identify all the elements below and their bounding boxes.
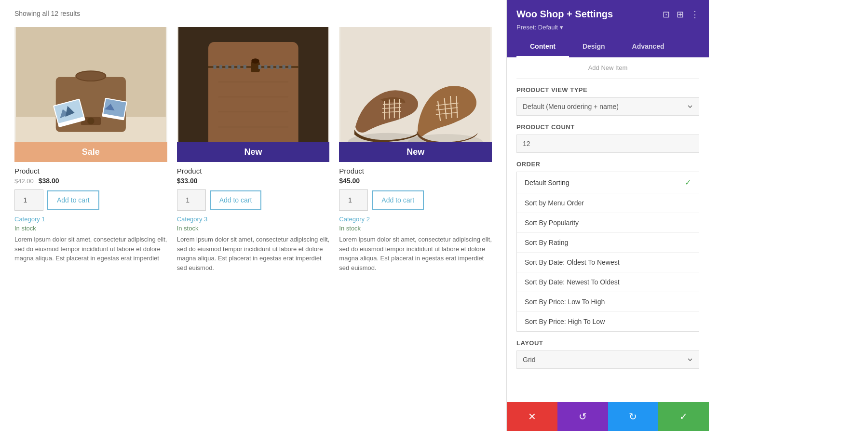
product-image-2: New (177, 27, 330, 162)
order-option-oldest[interactable]: Sort By Date: Oldest To Newest (517, 253, 699, 272)
product-info-1: Product $42.00 $38.00 Add to cart Catego… (14, 162, 167, 268)
panel-tabs: Content Design Advanced (516, 37, 699, 57)
layout-icon[interactable]: ⊞ (677, 9, 684, 20)
product-image-3: New (339, 27, 492, 162)
product-badge-new-3: New (339, 142, 492, 162)
add-to-cart-row-2: Add to cart (177, 189, 330, 211)
svg-rect-24 (225, 65, 228, 69)
product-category-2[interactable]: Category 3 (177, 216, 330, 223)
product-view-type-select[interactable]: Default (Menu ordering + name) (516, 97, 699, 116)
qty-input-2[interactable] (177, 189, 206, 211)
product-category-3[interactable]: Category 2 (339, 216, 492, 223)
tab-advanced[interactable]: Advanced (619, 37, 678, 57)
svg-point-17 (251, 58, 259, 63)
price-sale-1: $38.00 (39, 177, 59, 185)
panel-title: Woo Shop + Settings (516, 9, 613, 20)
product-card-1: Sale New Product $42.00 $38.00 Add to ca… (14, 27, 167, 277)
check-icon: ✓ (685, 178, 691, 187)
product-description-2: Lorem ipsum dolor sit amet, consectetur … (177, 235, 330, 272)
svg-rect-27 (243, 65, 246, 69)
panel-title-row: Woo Shop + Settings ⊡ ⊞ ⋮ (516, 9, 699, 20)
price-sale-3: $45.00 (339, 177, 360, 185)
order-option-popularity[interactable]: Sort By Popularity (517, 213, 699, 233)
product-price-1: $42.00 $38.00 (14, 177, 167, 185)
layout-select[interactable]: Grid (516, 350, 699, 369)
settings-panel: Woo Shop + Settings ⊡ ⊞ ⋮ Preset: Defaul… (506, 0, 709, 431)
order-label: Order (516, 161, 699, 168)
add-to-cart-button-2[interactable]: Add to cart (210, 190, 262, 210)
add-to-cart-row-3: Add to cart (339, 189, 492, 211)
tab-content[interactable]: Content (516, 37, 569, 57)
product-info-2: Product $33.00 Add to cart Category 3 In… (177, 162, 330, 277)
product-card-3: New Product $45.00 Add to cart Category … (339, 27, 492, 277)
product-price-3: $45.00 (339, 177, 492, 185)
product-badge-new-2: New (177, 142, 330, 162)
panel-footer: ✕ ↺ ↻ ✓ (507, 402, 709, 431)
svg-rect-25 (231, 65, 234, 69)
more-icon[interactable]: ⋮ (691, 9, 699, 20)
order-option-default[interactable]: Default Sorting ✓ (517, 172, 699, 193)
add-new-item[interactable]: Add New Item (516, 57, 699, 79)
screenshot-icon[interactable]: ⊡ (663, 9, 670, 20)
svg-rect-29 (264, 65, 267, 69)
tab-design[interactable]: Design (569, 37, 619, 57)
product-count-input[interactable] (516, 135, 699, 153)
svg-point-3 (76, 71, 106, 81)
product-stock-3: In stock (339, 225, 492, 232)
order-option-price-high[interactable]: Sort By Price: High To Low (517, 312, 699, 331)
svg-rect-28 (258, 65, 261, 69)
undo-button[interactable]: ↺ (557, 402, 608, 431)
products-grid: Sale New Product $42.00 $38.00 Add to ca… (14, 27, 492, 277)
order-option-price-low[interactable]: Sort By Price: Low To High (517, 292, 699, 312)
product-card-2: New Product $33.00 Add to cart Category … (177, 27, 330, 277)
add-to-cart-button-1[interactable]: Add to cart (47, 190, 99, 210)
svg-rect-32 (282, 65, 285, 69)
product-description-1: Lorem ipsum dolor sit amet, consectetur … (14, 235, 167, 263)
product-name-3: Product (339, 167, 492, 175)
cancel-button[interactable]: ✕ (507, 402, 557, 431)
svg-rect-26 (237, 65, 240, 69)
product-category-1[interactable]: Category 1 (14, 216, 167, 223)
product-name-2: Product (177, 167, 330, 175)
qty-input-1[interactable] (14, 189, 43, 211)
svg-rect-30 (270, 65, 273, 69)
panel-preset[interactable]: Preset: Default ▾ (516, 24, 699, 31)
svg-rect-31 (276, 65, 279, 69)
product-image-1: Sale New (14, 27, 167, 162)
add-to-cart-row-1: Add to cart (14, 189, 167, 211)
product-view-type-label: Product View Type (516, 86, 699, 94)
product-badge-sale: Sale (14, 142, 167, 162)
svg-rect-23 (219, 65, 222, 69)
product-name-1: Product (14, 167, 167, 175)
product-description-3: Lorem ipsum dolor sit amet, consectetur … (339, 235, 492, 272)
svg-rect-33 (288, 65, 291, 69)
price-original-1: $42.00 (14, 177, 34, 185)
product-info-3: Product $45.00 Add to cart Category 2 In… (339, 162, 492, 277)
product-stock-2: In stock (177, 225, 330, 232)
layout-label: Layout (516, 339, 699, 347)
panel-header-icons: ⊡ ⊞ ⋮ (663, 9, 699, 20)
order-option-rating[interactable]: Sort By Rating (517, 233, 699, 253)
main-content: Showing all 12 results (0, 0, 506, 431)
product-count-label: Product Count (516, 123, 699, 131)
showing-results: Showing all 12 results (14, 10, 492, 17)
product-stock-1: In stock (14, 225, 167, 232)
order-option-newest[interactable]: Sort By Date: Newest To Oldest (517, 272, 699, 292)
product-price-2: $33.00 (177, 177, 330, 185)
svg-rect-22 (213, 65, 216, 69)
redo-button[interactable]: ↻ (608, 402, 659, 431)
save-button[interactable]: ✓ (658, 402, 709, 431)
price-sale-2: $33.00 (177, 177, 198, 185)
add-to-cart-button-3[interactable]: Add to cart (372, 190, 424, 210)
qty-input-3[interactable] (339, 189, 368, 211)
order-dropdown: Default Sorting ✓ Sort by Menu Order Sor… (516, 172, 699, 332)
order-option-menu-order[interactable]: Sort by Menu Order (517, 193, 699, 213)
panel-body: Add New Item Product View Type Default (… (507, 57, 709, 431)
panel-header: Woo Shop + Settings ⊡ ⊞ ⋮ Preset: Defaul… (507, 0, 709, 57)
svg-point-5 (87, 118, 95, 125)
